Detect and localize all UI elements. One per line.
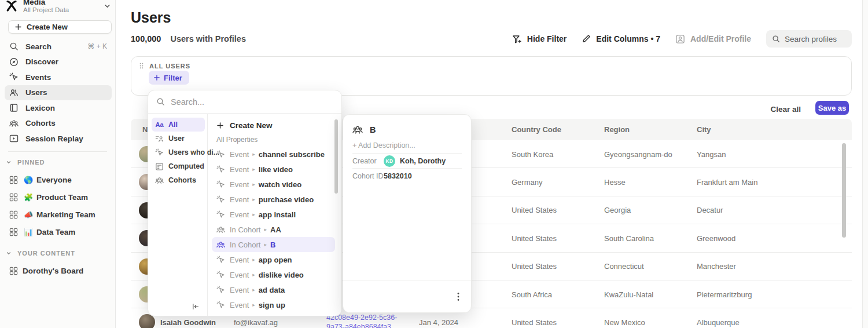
computed-icon	[155, 162, 164, 171]
dropdown-item-event-channel-subscribe[interactable]: Event▸channel subscribe	[212, 147, 335, 162]
dropdown-create-new[interactable]: Create New	[212, 118, 335, 133]
sidebar-item-events[interactable]: Events	[5, 70, 112, 85]
cell-name: Isaiah Goodwin	[160, 318, 216, 327]
user-prop-icon	[155, 134, 164, 143]
user-count-label: Users with Profiles	[170, 34, 246, 43]
event-cursor-icon	[216, 271, 225, 279]
board-item-everyone[interactable]: 🌎 Everyone	[5, 171, 112, 188]
cell-country: South Korea	[512, 150, 553, 158]
sidebar-item-label: Session Replay	[25, 134, 83, 143]
dropdown-item-event-app-open[interactable]: Event▸app open	[212, 252, 335, 267]
category-computed[interactable]: Computed	[152, 159, 205, 173]
plus-icon	[216, 122, 224, 129]
dropdown-item-cohort-b[interactable]: In Cohort▸B	[212, 237, 335, 252]
cell-country: United States	[512, 234, 557, 242]
dropdown-item-event-sign-up[interactable]: Event▸sign up	[212, 297, 335, 312]
mixpanel-logo	[5, 0, 19, 13]
save-as-button[interactable]: Save as	[815, 101, 849, 115]
column-header-country[interactable]: Country Code	[512, 125, 561, 134]
category-all[interactable]: Aa All	[152, 118, 205, 132]
dropdown-item-event-app-install[interactable]: Event▸app install	[212, 207, 335, 222]
category-users-who-did[interactable]: Users who di...	[152, 145, 205, 159]
clear-all-button[interactable]: Clear all	[770, 105, 801, 114]
edit-columns-button[interactable]: Edit Columns • 7	[582, 34, 660, 43]
chevron-down-icon	[104, 2, 111, 10]
sidebar-item-session-replay[interactable]: Session Replay	[5, 131, 112, 147]
more-options-icon[interactable]	[454, 291, 463, 303]
board-item-product-team[interactable]: 🧩 Product Team	[5, 188, 112, 206]
your-content-section-header[interactable]: YOUR CONTENT	[6, 250, 75, 257]
project-switcher[interactable]: Media All Project Data	[5, 0, 111, 16]
add-filter-button[interactable]: Filter	[149, 71, 189, 85]
board-item-dorothys-board[interactable]: Dorothy's Board	[5, 262, 112, 279]
board-grid-icon	[9, 210, 18, 219]
board-item-label: Data Team	[36, 228, 75, 236]
funnel-plus-icon	[512, 34, 522, 44]
dropdown-item-event-ad-data[interactable]: Event▸ad data	[212, 282, 335, 297]
dropdown-create-new-label: Create New	[230, 121, 273, 130]
create-new-button[interactable]: Create New	[8, 20, 112, 34]
search-profiles-input[interactable]	[785, 35, 843, 43]
filter-group-label: ALL USERS	[149, 63, 190, 70]
add-filter-label: Filter	[164, 74, 182, 82]
sidebar: Media All Project Data Create New Search…	[0, 0, 116, 328]
dropdown-item-cohort-aa[interactable]: In Cohort▸AA	[212, 222, 335, 237]
board-grid-icon	[9, 193, 18, 202]
board-item-label: Dorothy's Board	[23, 267, 83, 275]
section-label: PINNED	[17, 159, 45, 166]
board-item-marketing-team[interactable]: 📣 Marketing Team	[5, 206, 112, 223]
page-scrollbar[interactable]	[862, 0, 868, 328]
sidebar-item-search[interactable]: Search ⌘ + K	[5, 39, 112, 54]
dropdown-item-event-watch-video[interactable]: Event▸watch video	[212, 177, 335, 192]
table-scrollbar[interactable]	[842, 143, 846, 238]
dropdown-category-list: Aa All User Users who di... Computed Coh…	[148, 114, 208, 316]
project-subtitle: All Project Data	[23, 6, 69, 14]
column-header-region[interactable]: Region	[604, 125, 630, 134]
plus-icon	[153, 74, 160, 81]
property-dropdown: Aa All User Users who di... Computed Coh…	[148, 90, 342, 316]
dropdown-item-event-purchase-video[interactable]: Event▸purchase video	[212, 192, 335, 207]
chevron-down-icon	[6, 159, 12, 165]
users-icon	[9, 88, 19, 97]
pinned-section-header[interactable]: PINNED	[6, 159, 45, 166]
cohort-id-row: Cohort ID 5832010	[352, 168, 462, 183]
collapse-panel-icon[interactable]	[192, 303, 200, 311]
search-profiles-box[interactable]	[766, 30, 852, 48]
dropdown-search-row[interactable]	[148, 90, 341, 114]
cell-region: New Mexico	[604, 318, 645, 327]
cell-country: United States	[512, 262, 557, 271]
category-cohorts[interactable]: Cohorts	[152, 173, 205, 187]
dropdown-item-event-like-video[interactable]: Event▸like video	[212, 162, 335, 177]
cell-region: Gyeongsangnam-do	[604, 150, 672, 158]
cell-city: Manchester	[697, 262, 736, 271]
project-name: Media	[23, 0, 69, 6]
sidebar-divider	[8, 151, 107, 152]
dropdown-scrollbar[interactable]	[334, 119, 338, 194]
hide-filter-button[interactable]: Hide Filter	[512, 34, 567, 44]
board-grid-icon	[9, 228, 18, 236]
column-header-city[interactable]: City	[697, 125, 711, 134]
add-description-button[interactable]: + Add Description...	[352, 141, 415, 150]
drag-handle-icon[interactable]	[138, 62, 145, 70]
create-new-label: Create New	[27, 23, 68, 31]
project-text: Media All Project Data	[23, 0, 69, 14]
sidebar-item-lexicon[interactable]: Lexicon	[5, 100, 112, 116]
board-item-data-team[interactable]: 📊 Data Team	[5, 223, 112, 240]
sidebar-item-users[interactable]: Users	[5, 85, 112, 101]
cell-country: Germany	[512, 178, 542, 187]
profile-badge-icon	[675, 34, 685, 44]
event-cursor-icon	[9, 72, 19, 82]
sidebar-item-discover[interactable]: Discover	[5, 54, 112, 70]
sidebar-item-label: Discover	[25, 57, 58, 66]
sidebar-item-cohorts[interactable]: Cohorts	[5, 116, 112, 132]
category-label: Cohorts	[168, 176, 196, 184]
pinned-list: 🌎 Everyone 🧩 Product Team 📣 Marketing Te…	[5, 171, 112, 240]
search-icon	[772, 35, 780, 43]
add-edit-profile-button[interactable]: Add/Edit Profile	[675, 34, 751, 44]
hide-filter-label: Hide Filter	[527, 34, 567, 43]
dropdown-search-input[interactable]	[171, 97, 310, 107]
category-user[interactable]: User	[152, 132, 205, 145]
sidebar-nav: Search ⌘ + K Discover Events Users Lexic…	[5, 39, 112, 147]
event-cursor-icon	[216, 301, 225, 309]
dropdown-item-event-dislike-video[interactable]: Event▸dislike video	[212, 267, 335, 282]
